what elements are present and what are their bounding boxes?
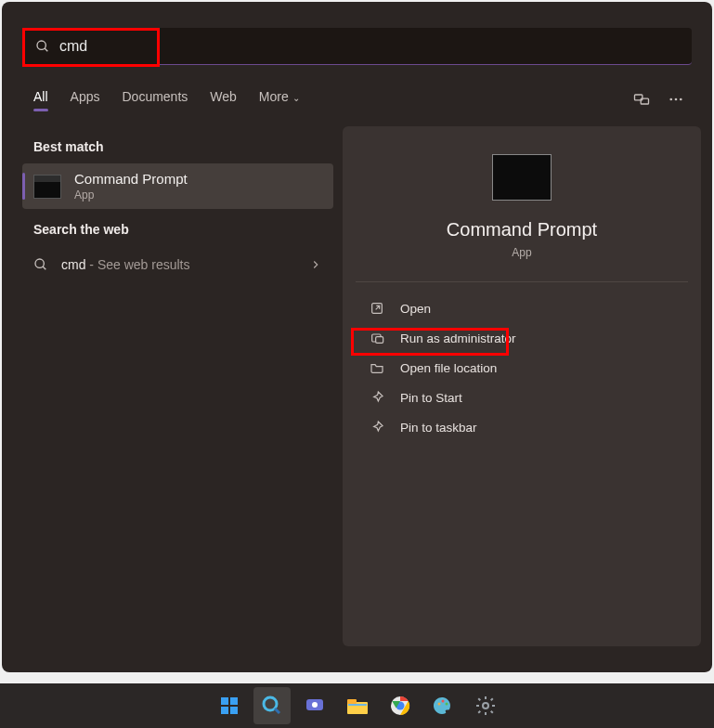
svg-point-25 <box>437 703 440 706</box>
pin-icon <box>369 390 385 405</box>
web-result-text: cmd - See web results <box>61 257 190 272</box>
action-pin-to-taskbar[interactable]: Pin to taskbar <box>356 412 688 442</box>
search-bar[interactable] <box>22 28 692 65</box>
svg-rect-15 <box>230 707 238 714</box>
results-left-pane: Best match Command Prompt App Search the… <box>22 126 333 646</box>
taskbar-chat-button[interactable] <box>296 687 333 724</box>
svg-rect-21 <box>347 699 357 704</box>
tab-all[interactable]: All <box>33 89 48 110</box>
svg-point-16 <box>264 697 277 710</box>
search-icon <box>35 39 50 54</box>
action-run-as-admin-label: Run as administrator <box>400 332 516 345</box>
chevron-down-icon: ⌄ <box>292 93 300 103</box>
action-pin-to-taskbar-label: Pin to taskbar <box>400 421 477 435</box>
svg-point-6 <box>680 98 682 101</box>
svg-point-28 <box>483 703 488 708</box>
folder-icon <box>369 360 385 375</box>
taskbar-explorer-button[interactable] <box>339 687 376 724</box>
taskbar <box>0 683 714 728</box>
divider <box>356 281 688 282</box>
search-web-label: Search the web <box>22 209 333 246</box>
search-input[interactable] <box>59 38 679 55</box>
taskbar-chrome-button[interactable] <box>382 687 419 724</box>
tab-apps[interactable]: Apps <box>71 89 100 110</box>
chevron-right-icon <box>309 258 322 271</box>
svg-line-1 <box>45 48 47 51</box>
action-open-file-location-label: Open file location <box>400 361 497 375</box>
tab-more-label: More <box>259 89 289 104</box>
result-subtitle: App <box>74 188 188 202</box>
more-options-icon[interactable] <box>668 91 684 108</box>
result-title: Command Prompt <box>74 171 188 187</box>
svg-point-0 <box>37 41 45 49</box>
taskbar-search-button[interactable] <box>253 687 291 724</box>
search-icon <box>33 257 48 272</box>
start-menu: All Apps Documents Web More⌄ Best match … <box>2 2 712 672</box>
svg-point-5 <box>675 98 678 101</box>
taskbar-settings-button[interactable] <box>467 687 504 724</box>
svg-rect-22 <box>348 704 367 706</box>
pin-icon <box>369 420 385 435</box>
action-pin-to-start-label: Pin to Start <box>400 391 462 405</box>
tab-documents[interactable]: Documents <box>122 89 188 110</box>
open-icon <box>369 301 385 316</box>
svg-rect-12 <box>221 697 228 705</box>
web-result-suffix: - See web results <box>85 257 189 272</box>
filter-tabs: All Apps Documents Web More⌄ <box>2 72 712 117</box>
svg-line-8 <box>43 266 45 269</box>
admin-icon <box>369 331 385 345</box>
svg-point-19 <box>312 702 318 708</box>
tab-more[interactable]: More⌄ <box>259 89 300 110</box>
tab-web[interactable]: Web <box>210 89 237 110</box>
quick-settings-icon[interactable] <box>632 91 651 108</box>
svg-rect-14 <box>221 707 228 714</box>
action-open-label: Open <box>400 302 431 316</box>
taskbar-paint-button[interactable] <box>424 687 461 724</box>
action-open-file-location[interactable]: Open file location <box>356 353 688 383</box>
svg-point-26 <box>441 700 444 703</box>
action-pin-to-start[interactable]: Pin to Start <box>356 383 688 412</box>
svg-line-17 <box>275 708 279 713</box>
detail-title: Command Prompt <box>447 219 597 240</box>
taskbar-start-button[interactable] <box>211 687 248 724</box>
cmd-app-icon <box>33 175 61 199</box>
action-open[interactable]: Open <box>356 293 688 323</box>
details-pane: Command Prompt App Open Run as administr… <box>343 126 701 646</box>
svg-rect-13 <box>230 697 238 705</box>
svg-point-7 <box>35 259 44 267</box>
best-match-result[interactable]: Command Prompt App <box>22 163 333 209</box>
web-result-query: cmd <box>61 257 85 272</box>
best-match-label: Best match <box>22 126 333 163</box>
detail-subtitle: App <box>512 246 531 259</box>
action-run-as-admin[interactable]: Run as administrator <box>356 323 688 353</box>
svg-point-27 <box>445 703 448 706</box>
svg-point-4 <box>669 98 672 101</box>
detail-app-icon <box>492 154 552 201</box>
svg-rect-11 <box>376 337 383 344</box>
web-result-item[interactable]: cmd - See web results <box>22 246 333 283</box>
